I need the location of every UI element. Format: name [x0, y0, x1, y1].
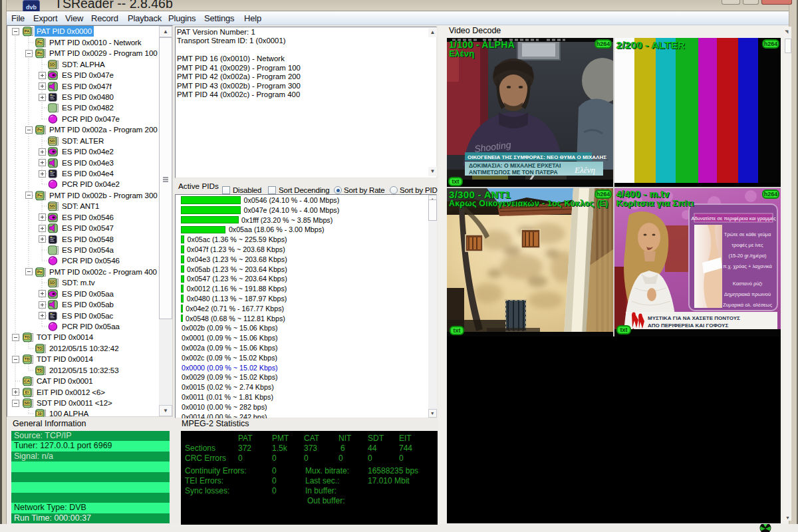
- svg-text:Αδυνατίστε σε περιφέρεια και γ: Αδυνατίστε σε περιφέρεια και γραμμές: [691, 215, 776, 221]
- svg-text:SD: SD: [50, 139, 55, 143]
- svg-text:Καστανό ρύζι: Καστανό ρύζι: [733, 281, 763, 287]
- svg-text:PA: PA: [25, 30, 29, 34]
- svg-text:τροφές με ίνες: τροφές με ίνες: [732, 242, 763, 248]
- svg-text:TD: TD: [37, 368, 42, 372]
- svg-text:Τρώτε σε κάθε γεύμα: Τρώτε σε κάθε γεύμα: [724, 231, 771, 237]
- svg-text:SD: SD: [25, 401, 30, 405]
- svg-text:(15-20 gr./ημέρα): (15-20 gr./ημέρα): [728, 253, 767, 259]
- svg-text:SD: SD: [50, 63, 55, 66]
- svg-text:Ζυμαρικά ολ. αλέσεως: Ζυμαρικά ολ. αλέσεως: [723, 302, 773, 308]
- svg-text:SD: SD: [50, 204, 55, 208]
- svg-text:ΜΥΣΤΙΚΑ ΓΙΑ ΝΑ ΧΑΣΕΤΕ ΠΟΝΤΟΥΣ: ΜΥΣΤΙΚΑ ΓΙΑ ΝΑ ΧΑΣΕΤΕ ΠΟΝΤΟΥΣ: [648, 315, 740, 321]
- svg-text:Pn: Pn: [37, 270, 43, 274]
- svg-text:TD: TD: [25, 357, 29, 361]
- svg-text:Pn: Pn: [37, 41, 43, 45]
- svg-text:Ελένη: Ελένη: [574, 165, 595, 175]
- svg-text:Pn: Pn: [37, 194, 43, 198]
- svg-text:Pn: Pn: [37, 128, 43, 132]
- svg-text:CA: CA: [24, 379, 29, 383]
- svg-text:Pn: Pn: [37, 51, 43, 55]
- svg-text:EI: EI: [25, 390, 29, 394]
- svg-text:10: 10: [37, 412, 41, 416]
- svg-text:TO: TO: [37, 346, 43, 350]
- svg-text:Δημητριακά πρωινού: Δημητριακά πρωινού: [724, 291, 771, 297]
- svg-text:TO: TO: [25, 336, 30, 340]
- svg-text:SD: SD: [50, 281, 55, 285]
- svg-text:π.χ. χρόας + λαχανικά: π.χ. χρόας + λαχανικά: [723, 263, 772, 269]
- svg-text:ΔΟΚΙΜΑΣΙΑ: Ο ΜΙΧΑΛΗΣ ΕΡΧΕΤΑΙ: ΔΟΚΙΜΑΣΙΑ: Ο ΜΙΧΑΛΗΣ ΕΡΧΕΤΑΙ: [469, 162, 561, 169]
- svg-text:ΟΙΚΟΓΕΝΕΙΑ ΤΗΣ ΣΥΜΦΟΡΑΣ: ΝΕΟ Θ: ΟΙΚΟΓΕΝΕΙΑ ΤΗΣ ΣΥΜΦΟΡΑΣ: ΝΕΟ ΘΥΜΑ Ο ΜΙΧΑ…: [467, 154, 606, 160]
- svg-text:ΑΠΟ ΠΕΡΙΦΕΡΕΙΑ ΚΑΙ ΓΟΦΟΥΣ: ΑΠΟ ΠΕΡΙΦΕΡΕΙΑ ΚΑΙ ΓΟΦΟΥΣ: [648, 323, 728, 329]
- svg-text:ΑΝΤΙΜΕΤΩΠΟΣ ΜΕ ΤΟΝ ΠΑΤΕΡΑ: ΑΝΤΙΜΕΤΩΠΟΣ ΜΕ ΤΟΝ ΠΑΤΕΡΑ: [469, 169, 558, 176]
